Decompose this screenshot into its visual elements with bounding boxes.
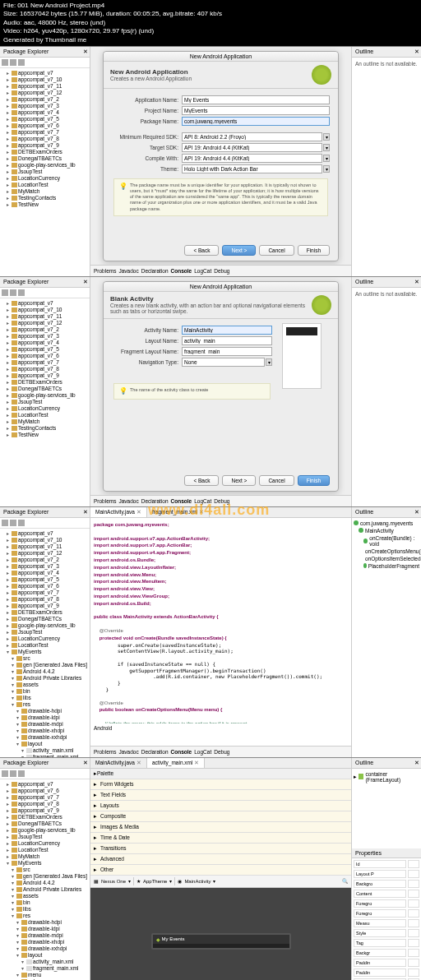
tree-item[interactable]: ▸appcompat_v7 [2, 530, 88, 537]
tab-javadoc[interactable]: Javadoc [118, 268, 138, 274]
tree-item[interactable]: ▾layout [2, 952, 88, 959]
close-icon[interactable]: ✕ [83, 509, 88, 515]
tree-item[interactable]: ▾drawable-mdpi [2, 721, 88, 728]
close-icon[interactable]: ✕ [414, 279, 419, 285]
palette-category[interactable]: ▸Images & Media [90, 822, 351, 833]
tree-item[interactable]: ▸appcompat_v7_12 [2, 550, 88, 557]
tree-item[interactable]: ▸appcompat_v7 [2, 781, 88, 788]
palette-category[interactable]: ▸Composite [90, 811, 351, 822]
zoom-icon[interactable]: 🔍 [342, 878, 348, 884]
tree-item[interactable]: ▾src [2, 655, 88, 662]
tgt-sdk-select[interactable] [182, 143, 322, 152]
tree-item[interactable]: ▾Android Private Libraries [2, 886, 88, 893]
tree-item[interactable]: ▾activity_main.xml [2, 747, 88, 754]
tree-item[interactable]: ▸LocationTest [2, 182, 88, 188]
property-row[interactable]: Foregro [354, 899, 419, 908]
close-icon[interactable]: ✕ [414, 509, 419, 515]
tree-item[interactable]: ▸appcompat_v7_8 [2, 801, 88, 807]
nav-type-select[interactable] [182, 358, 265, 367]
tree-item[interactable]: ▸google-play-services_lib [2, 392, 88, 399]
cancel-button[interactable]: Cancel [259, 245, 294, 256]
tree-item[interactable]: ▸appcompat_v7_11 [2, 313, 88, 320]
tree-item[interactable]: ▸appcompat_v7_4 [2, 340, 88, 346]
tab-declaration[interactable]: Declaration [141, 268, 169, 274]
close-icon[interactable]: ✕ [83, 760, 88, 766]
tree-item[interactable]: ▸MyMatch [2, 853, 88, 860]
frg-name-input[interactable] [182, 347, 272, 356]
pkg-name-input[interactable] [182, 117, 330, 126]
tree-item[interactable]: ▸DonegalTBAETCs [2, 821, 88, 827]
code-editor[interactable]: package com.juwang.myevents; import andr… [90, 518, 351, 723]
tree-item[interactable]: ▸appcompat_v7_3 [2, 103, 88, 109]
tree-item[interactable]: ▾libs [2, 906, 88, 913]
property-row[interactable]: Backgr [354, 949, 419, 957]
tree-item[interactable]: ▸appcompat_v7_5 [2, 116, 88, 122]
tree-item[interactable]: ▸appcompat_v7_9 [2, 372, 88, 379]
tree-item[interactable]: ▸DETBExamOrders [2, 814, 88, 821]
tree-item[interactable]: ▸appcompat_v7_12 [2, 320, 88, 326]
tree-item[interactable]: ▸google-play-services_lib [2, 827, 88, 834]
tree-item[interactable]: ▾src [2, 867, 88, 873]
tree-item[interactable]: ▸appcompat_v7_3 [2, 563, 88, 570]
tree-item[interactable]: ▸appcompat_v7_2 [2, 326, 88, 333]
tree-item[interactable]: ▸DonegalTBAETCs [2, 386, 88, 392]
tree-item[interactable]: ▸LocationCurrency [2, 840, 88, 847]
tree-item[interactable]: ▸DonegalTBAETCs [2, 616, 88, 622]
tree-item[interactable]: ▾drawable-ldpi [2, 714, 88, 721]
tree-item[interactable]: ▾Android Private Libraries [2, 675, 88, 682]
tree-item[interactable]: ▾libs [2, 695, 88, 701]
tree-item[interactable]: ▸appcompat_v7_8 [2, 596, 88, 603]
tree-item[interactable]: ▸appcompat_v7_8 [2, 136, 88, 142]
outline-item[interactable]: onCreate(Bundle) : void [354, 534, 419, 548]
close-icon[interactable]: ✕ [83, 49, 88, 55]
tree-item[interactable]: ▸appcompat_v7_7 [2, 794, 88, 801]
theme-select[interactable]: AppTheme [143, 879, 167, 884]
tree-item[interactable]: ▸appcompat_v7_4 [2, 570, 88, 576]
tool-icon[interactable] [2, 289, 8, 296]
tab-main-activity[interactable]: MainActivity.java✕ [90, 758, 147, 768]
back-button[interactable]: < Back [184, 475, 219, 486]
outline-item[interactable]: MainActivity [354, 527, 419, 534]
close-icon[interactable]: ✕ [414, 49, 419, 55]
tree-item[interactable]: ▸appcompat_v7_3 [2, 333, 88, 340]
tab-logcat[interactable]: LogCat [194, 268, 211, 274]
tree-item[interactable]: ▸appcompat_v7_5 [2, 576, 88, 583]
palette-category[interactable]: ▸Advanced [90, 854, 351, 865]
activity-select[interactable]: MainActivity [184, 879, 210, 884]
next-button[interactable]: Next > [222, 245, 256, 256]
tool-icon[interactable] [10, 289, 16, 296]
tree-item[interactable]: ▸appcompat_v7_2 [2, 557, 88, 563]
tree-item[interactable]: ▸JsoupTest [2, 169, 88, 175]
tree-item[interactable]: ▾activity_main.xml [2, 959, 88, 965]
link-icon[interactable] [10, 59, 16, 66]
tree-item[interactable]: ▸MyMatch [2, 418, 88, 425]
tree-item[interactable]: ▸appcompat_v7_8 [2, 366, 88, 372]
menu-icon[interactable] [18, 59, 25, 66]
property-row[interactable]: Content [354, 890, 419, 898]
dropdown-icon[interactable]: ▾ [323, 165, 330, 173]
palette-category[interactable]: ▸Text Fields [90, 790, 351, 801]
tree-item[interactable]: ▸TestNew [2, 432, 88, 438]
design-canvas[interactable]: ◆My Events [90, 888, 351, 980]
tree-item[interactable]: ▸google-play-services_lib [2, 622, 88, 629]
close-icon[interactable]: ✕ [83, 279, 88, 285]
tree-item[interactable]: ▾bin [2, 688, 88, 695]
close-icon[interactable]: ✕ [136, 760, 141, 766]
outline-item[interactable]: onOptionsItemSelected(Men [354, 555, 419, 562]
tree-item[interactable]: ▸TestNew [2, 201, 88, 208]
finish-button[interactable]: Finish [298, 245, 330, 256]
tree-item[interactable]: ▸appcompat_v7_10 [2, 537, 88, 543]
property-row[interactable]: Layout P [354, 870, 419, 878]
tree-item[interactable]: ▾res [2, 701, 88, 708]
tree-item[interactable]: ▸appcompat_v7_6 [2, 353, 88, 359]
property-row[interactable]: Measu [354, 919, 419, 927]
tree-item[interactable]: ▸LocationTest [2, 642, 88, 649]
collapse-all-icon[interactable] [2, 59, 8, 66]
property-row[interactable]: Foregro [354, 909, 419, 918]
tree-item[interactable]: ▸appcompat_v7_5 [2, 346, 88, 353]
tree-item[interactable]: ▸DETBExamOrders [2, 149, 88, 155]
tree-item[interactable]: ▸appcompat_v7_9 [2, 142, 88, 149]
tree-item[interactable]: ▸JsoupTest [2, 834, 88, 840]
act-name-input[interactable] [182, 326, 272, 335]
tree-item[interactable]: ▸JsoupTest [2, 629, 88, 636]
